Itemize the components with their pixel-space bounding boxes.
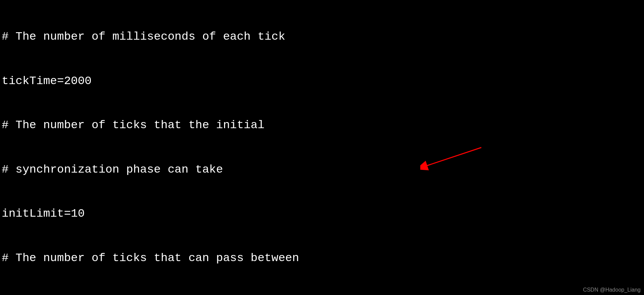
config-line: tickTime=2000 [2,74,644,89]
watermark-text: CSDN @Hadoop_Liang [583,287,641,293]
config-line: # The number of ticks that can pass betw… [2,251,644,266]
terminal-editor[interactable]: # The number of milliseconds of each tic… [2,0,644,295]
config-line: initLimit=10 [2,206,644,221]
config-line: # The number of ticks that the initial [2,118,644,133]
config-line: # The number of milliseconds of each tic… [2,29,644,44]
config-line: # synchronization phase can take [2,162,644,177]
